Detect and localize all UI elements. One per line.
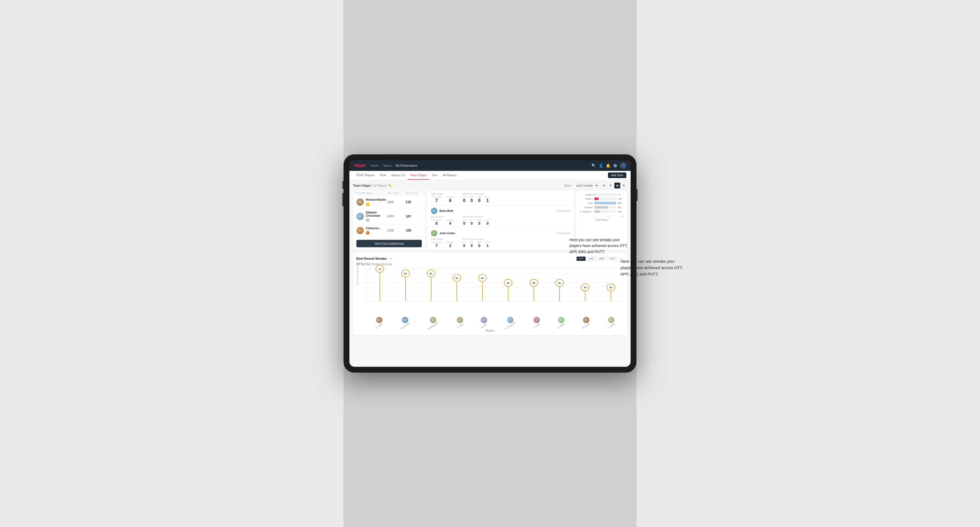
bar-row-dbogeys: D. Bogeys + 131	[579, 210, 624, 213]
player-row-3: CA Cameron... 3 17/20 103	[353, 224, 425, 237]
streaks-subtitle: Off The Tee, Fairway Accuracy	[356, 263, 624, 266]
josh-arg: 0	[478, 243, 480, 248]
bar-label-birdies: Birdies	[579, 197, 593, 200]
josh-tournament: 7	[435, 243, 438, 248]
date-rees: 02 Sep 2023	[557, 210, 570, 212]
subtab-pga[interactable]: PGA	[377, 171, 389, 179]
svg-text:4x: 4x	[558, 282, 561, 284]
svg-text:4x: 4x	[532, 282, 535, 284]
avatar-rees: RB	[431, 208, 437, 214]
y-axis-label: Best Streak, Fairway Accuracy	[356, 257, 359, 285]
josh-putt: 1	[487, 243, 488, 248]
screen: clippd Home Teams My Performance 🔍 👤 🔔 ⚙…	[349, 160, 631, 367]
rees-ott: 0	[463, 221, 465, 225]
add-team-button[interactable]: Add Team	[608, 173, 626, 178]
filter-arg[interactable]: ARG	[597, 257, 606, 261]
avatar[interactable]: 👤	[620, 162, 626, 169]
bar-row-pars: Pars 499	[579, 202, 624, 205]
streaks-filter-btns: OTT APP ARG PUTT ←	[577, 257, 624, 261]
first-ott: 0	[463, 198, 466, 203]
rees-arg: 0	[478, 221, 480, 225]
badge-3: 3	[366, 231, 370, 235]
player-row-1: RB Richard Butler 1 19/20 110	[353, 196, 425, 209]
filter-app[interactable]: APP	[587, 257, 596, 261]
subtab-pgat[interactable]: PGAT Players	[354, 171, 377, 179]
x-tick-400: 400	[621, 215, 624, 217]
activity-top-row: Total Rounds Tournament 7 Practice	[427, 190, 574, 205]
svg-text:3x: 3x	[584, 286, 587, 289]
streaks-section: Best Round Streaks ← OTT APP ARG PUTT ← …	[353, 253, 627, 335]
svg-text:5x: 5x	[481, 277, 484, 279]
side-button-right	[636, 189, 638, 201]
bar-val-birdies: 96	[619, 197, 624, 200]
avg-1: 110	[406, 200, 422, 204]
search-icon[interactable]: 🔍	[592, 163, 596, 168]
avatar-josh: JC	[431, 230, 437, 237]
first-app: 0	[471, 198, 473, 203]
activity-panel: Total Rounds Tournament 7 Practice	[427, 190, 574, 250]
card-view-btn[interactable]: ▦	[614, 183, 620, 189]
view-leaderboard-btn[interactable]: View Full Leaderboard	[356, 240, 422, 247]
chart-x-label: Total Shots	[579, 219, 624, 221]
bar-row-birdies: Birdies 96	[579, 197, 624, 200]
first-tournament: 7	[435, 198, 438, 203]
view-icons: ⊞ ☰ ▦ ⇅	[601, 183, 627, 189]
score-1: 19/20	[387, 201, 406, 204]
name-rees: Rees Britt	[439, 209, 453, 213]
period-select[interactable]: Last 3 months	[573, 183, 599, 188]
svg-text:6x: 6x	[404, 272, 407, 275]
settings-icon[interactable]: ⚙️	[613, 163, 617, 168]
person-icon[interactable]: 👤	[599, 163, 603, 168]
streaks-header: Best Round Streaks ← OTT APP ARG PUTT ←	[356, 256, 624, 261]
edit-team-icon[interactable]: ✏️	[388, 184, 392, 187]
nav-icons: 🔍 👤 🔔 ⚙️ 👤	[592, 162, 626, 169]
arrow-indicator: ←	[389, 256, 393, 261]
subtab-team-clippd[interactable]: Team Clippd	[407, 171, 429, 179]
subtab-tour[interactable]: Tour	[429, 171, 440, 179]
nav-my-performance[interactable]: My Performance	[396, 164, 417, 167]
svg-text:5x: 5x	[455, 277, 458, 279]
first-practice: 6	[449, 198, 451, 203]
badge-1: 1	[366, 203, 370, 206]
josh-app: 0	[471, 243, 473, 248]
bar-label-pars: Pars	[579, 202, 593, 205]
subtab-hcaps[interactable]: Hcaps 1-5	[389, 171, 407, 179]
rees-practice: 4	[449, 221, 451, 225]
josh-ott: 0	[463, 243, 465, 248]
annotation-container: Here you can see streaks your players ha…	[620, 258, 684, 277]
side-button-left1	[342, 181, 344, 189]
x-tick-0: 0	[594, 215, 595, 217]
col-pb-score: PB SCORE	[387, 192, 406, 194]
player-info-2: EC Edward Crossman 2	[356, 211, 387, 222]
svg-text:6x: 6x	[430, 272, 433, 275]
activity-row-rees: RB Rees Britt 02 Sep 2023 Total Rounds T…	[427, 205, 574, 228]
grid-view-btn[interactable]: ⊞	[601, 183, 607, 189]
team-title: Team Clippd | 14 Players	[353, 184, 387, 187]
score-2: 18/20	[387, 215, 406, 218]
annotation-text: Here you can see streaks your players ha…	[620, 258, 684, 277]
josh-practice: 2	[449, 243, 451, 248]
nav-teams[interactable]: Teams	[383, 164, 391, 167]
sort-view-btn[interactable]: ⇅	[621, 183, 627, 189]
badge-2: 2	[366, 218, 370, 222]
list-view-btn[interactable]: ☰	[608, 183, 614, 189]
nav-home[interactable]: Home	[371, 164, 379, 167]
player-name-2: Edward Crossman	[366, 211, 387, 217]
rees-tournament: 8	[435, 221, 438, 225]
bar-val-eagles: 3	[619, 193, 624, 196]
streaks-chart: Best Streak, Fairway Accuracy 7 6 5 4 3 …	[356, 268, 624, 316]
bar-label-dbogeys: D. Bogeys +	[579, 210, 593, 213]
bell-icon[interactable]: 🔔	[606, 163, 610, 168]
filter-ott[interactable]: OTT	[577, 257, 585, 261]
subtabs: PGAT Players PGA Hcaps 1-5 Team Clippd T…	[349, 171, 631, 180]
avg-2: 107	[406, 214, 422, 218]
leaderboard-header: PLAYER NAME PB SCORE PB AVG SQ	[353, 190, 425, 196]
x-tick-200: 200	[606, 215, 610, 217]
subtab-all-players[interactable]: All Players	[440, 171, 460, 179]
col-player-name: PLAYER NAME	[356, 192, 387, 194]
players-x-label: Players	[356, 329, 624, 332]
show-label: Show	[564, 184, 571, 187]
filter-putt[interactable]: PUTT	[608, 257, 618, 261]
show-controls: Show Last 3 months ⊞ ☰ ▦ ⇅	[564, 183, 627, 189]
side-button-left2	[342, 193, 344, 206]
